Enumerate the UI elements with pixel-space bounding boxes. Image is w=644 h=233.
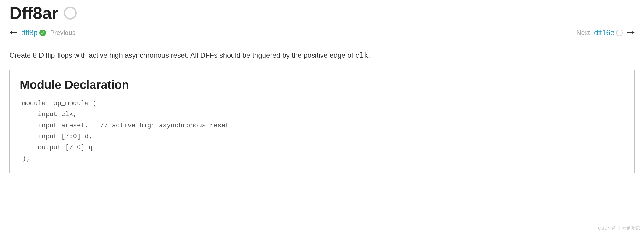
- module-heading: Module Declaration: [20, 78, 624, 91]
- prev-link[interactable]: dff8p ✓: [21, 28, 46, 37]
- problem-description: Create 8 D flip-flops with active high a…: [9, 50, 635, 61]
- description-code: clk: [355, 52, 368, 60]
- nav-right: Next dff16e 🡒: [577, 28, 635, 37]
- module-code: module top_module ( input clk, input are…: [22, 98, 624, 164]
- description-text-after: .: [368, 51, 370, 59]
- arrow-left-icon[interactable]: 🡐: [9, 28, 17, 37]
- next-link-text: dff16e: [594, 28, 614, 37]
- description-text-before: Create 8 D flip-flops with active high a…: [9, 51, 355, 59]
- next-link[interactable]: dff16e: [594, 28, 623, 37]
- prev-label: Previous: [50, 29, 75, 37]
- next-label: Next: [577, 29, 590, 37]
- title-row: Dff8ar: [9, 3, 635, 23]
- nav-left: 🡐 dff8p ✓ Previous: [9, 28, 75, 37]
- arrow-right-icon[interactable]: 🡒: [627, 28, 635, 37]
- module-declaration-box: Module Declaration module top_module ( i…: [9, 70, 635, 173]
- nav-row: 🡐 dff8p ✓ Previous Next dff16e 🡒: [9, 28, 635, 40]
- status-circle-icon: [64, 7, 77, 20]
- empty-circle-icon: [616, 30, 623, 36]
- check-circle-icon: ✓: [39, 30, 46, 36]
- page-title: Dff8ar: [9, 3, 58, 23]
- prev-link-text: dff8p: [21, 28, 38, 37]
